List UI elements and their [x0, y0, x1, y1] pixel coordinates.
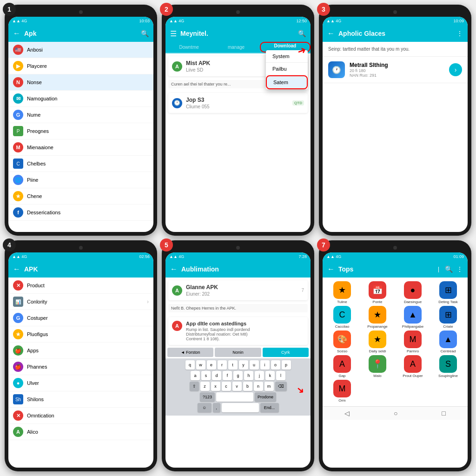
kb-q[interactable]: q: [185, 360, 195, 370]
kb-f[interactable]: f: [223, 371, 232, 380]
list-item-1-6[interactable]: M Mienaaione: [8, 139, 153, 156]
dropdown-item-pailbu[interactable]: Pailbu: [266, 63, 308, 75]
kb-space2[interactable]: [222, 403, 259, 412]
grid-item-phillpangabe[interactable]: ▲ Phillpangabe: [396, 306, 430, 329]
tab-manage[interactable]: manage: [212, 42, 259, 53]
kb-backspace[interactable]: ⌫: [275, 382, 287, 391]
list-item-1-1[interactable]: ▶ Playcere: [8, 58, 153, 74]
search-icon-2[interactable]: 🔍: [298, 30, 306, 37]
kb-space[interactable]: [216, 392, 253, 402]
back-button-4[interactable]: ←: [13, 265, 20, 273]
grid-item-sceso[interactable]: 🎨 Sceso: [325, 331, 359, 353]
kb-done[interactable]: Prodone: [255, 392, 276, 402]
grid-item-ponte[interactable]: 📅 Ponte: [361, 281, 394, 304]
list-item-1-8[interactable]: 🌐 Piine: [8, 172, 153, 188]
back-button-5[interactable]: ←: [170, 265, 178, 273]
grid-item-malo[interactable]: 📍 Malo: [361, 355, 394, 378]
kb-shift[interactable]: ⇧: [190, 382, 199, 391]
list-item-4-shilons[interactable]: Sh Shilons: [8, 391, 153, 408]
kb-p[interactable]: p: [282, 360, 291, 370]
kb-emoji[interactable]: ☺: [198, 403, 212, 412]
grid-item-parmro[interactable]: M Parmro: [396, 331, 430, 353]
grid-item-deting[interactable]: ⊞ Deting Task: [431, 281, 465, 304]
list-item-1-9[interactable]: ★ Chene: [8, 188, 153, 205]
kb-x[interactable]: x: [211, 382, 220, 391]
grid-item-orm[interactable]: M Orm: [325, 380, 359, 403]
nav-recent-7[interactable]: □: [442, 410, 445, 417]
phone-top-bar-2: [165, 8, 311, 16]
grid-item-propanange[interactable]: ★ Propanange: [361, 306, 394, 329]
nav-back-7[interactable]: ◁: [344, 410, 350, 417]
kb-y[interactable]: y: [239, 360, 248, 370]
kb-z[interactable]: z: [200, 382, 210, 391]
list-item-1-4[interactable]: G Nume: [8, 107, 153, 123]
kb-row-3: ⇧ z x c v b n m ⌫: [166, 382, 310, 391]
list-item-1-2[interactable]: N Nonse: [8, 74, 153, 91]
kb-s[interactable]: s: [201, 371, 211, 380]
kb-d[interactable]: d: [212, 371, 221, 380]
kb-i[interactable]: i: [260, 360, 270, 370]
grid-item-soupingline[interactable]: S Soupingline: [431, 355, 465, 378]
kb-c[interactable]: c: [222, 382, 231, 391]
action-btn-forston[interactable]: ◄ Forston: [167, 348, 213, 357]
list-item-4-conlority[interactable]: 📊 Conlority ›: [8, 294, 153, 310]
list-item-4-alico[interactable]: A Alico: [8, 424, 153, 440]
kb-m[interactable]: m: [264, 382, 274, 391]
list-item-4-phannes[interactable]: 🍎 Phannes: [8, 359, 153, 375]
list-item-1-3[interactable]: ✉ Namoguation: [8, 91, 153, 107]
action-btn-nonin[interactable]: Nonin: [215, 348, 261, 357]
list-item-4-costuper[interactable]: G Costuper: [8, 310, 153, 326]
grid-item-tuline[interactable]: ★ Tuline: [325, 281, 359, 304]
list-item-1-7[interactable]: C Chelbes: [8, 156, 153, 172]
grid-item-prout[interactable]: A Prout Ouper: [396, 355, 430, 378]
back-button-3[interactable]: ←: [327, 29, 335, 38]
nav-home-7[interactable]: ○: [394, 410, 397, 417]
list-item-4-product[interactable]: ✕ Product: [8, 278, 153, 294]
kb-e[interactable]: e: [207, 360, 216, 370]
more-icon-7[interactable]: ⋮: [456, 265, 463, 273]
toolbar-action-7[interactable]: |: [438, 266, 439, 272]
tab-downtme[interactable]: Downtme: [165, 42, 212, 53]
grid-item-daily[interactable]: ★ Daily seldi: [361, 331, 394, 353]
list-item-1-0[interactable]: 🇺🇸 Anbosi: [8, 42, 153, 58]
time-1: 10:03: [139, 19, 150, 23]
kb-r[interactable]: r: [218, 360, 227, 370]
search-icon-1[interactable]: 🔍: [141, 30, 149, 37]
kb-g[interactable]: g: [233, 371, 243, 380]
kb-a[interactable]: a: [191, 371, 200, 380]
action-btn-cyrk[interactable]: Cyrk: [263, 348, 309, 357]
list-item-1-5[interactable]: P Preognes: [8, 123, 153, 139]
back-button-1[interactable]: ←: [13, 29, 20, 38]
kb-u[interactable]: u: [250, 360, 259, 370]
more-icon-3[interactable]: ⋮: [456, 30, 463, 37]
kb-o[interactable]: o: [271, 360, 280, 370]
list-item-4-ulver[interactable]: ● Ulver: [8, 375, 153, 391]
menu-icon-2[interactable]: ☰: [170, 29, 177, 38]
list-item-4-apps[interactable]: 🍎 Apps: [8, 343, 153, 359]
grid-item-daesingue[interactable]: ● Daesingue: [396, 281, 430, 304]
search-icon-7[interactable]: 🔍: [445, 265, 453, 273]
kb-123[interactable]: ?123: [200, 392, 215, 402]
dropdown-item-satem[interactable]: Satem: [266, 75, 308, 89]
grid-item-gap[interactable]: A Gap: [325, 355, 359, 378]
kb-j[interactable]: j: [255, 371, 264, 380]
install-button-3[interactable]: ›: [449, 63, 462, 76]
kb-t[interactable]: t: [228, 360, 238, 370]
kb-comma[interactable]: ,: [213, 403, 220, 412]
list-item-4-omntication[interactable]: ✕ Omntication: [8, 408, 153, 424]
list-item-4-pluofigus[interactable]: ★ Pluofigus: [8, 326, 153, 343]
kb-v[interactable]: v: [232, 382, 242, 391]
kb-h[interactable]: h: [244, 371, 253, 380]
kb-w[interactable]: w: [196, 360, 205, 370]
grid-item-criate[interactable]: ⊞ Criate: [431, 306, 465, 329]
back-button-7[interactable]: ←: [327, 265, 335, 273]
kb-k[interactable]: k: [265, 371, 275, 380]
kb-end[interactable]: End...: [260, 403, 279, 412]
apk-num-5: 7: [301, 288, 304, 293]
kb-b[interactable]: b: [243, 382, 252, 391]
grid-item-caccilao[interactable]: C Caccilao: [325, 306, 359, 329]
grid-item-centread[interactable]: ▲ Centread: [431, 331, 465, 353]
list-item-1-10[interactable]: f Desserications: [8, 205, 153, 221]
kb-n[interactable]: n: [254, 382, 263, 391]
kb-l[interactable]: l: [276, 371, 285, 380]
